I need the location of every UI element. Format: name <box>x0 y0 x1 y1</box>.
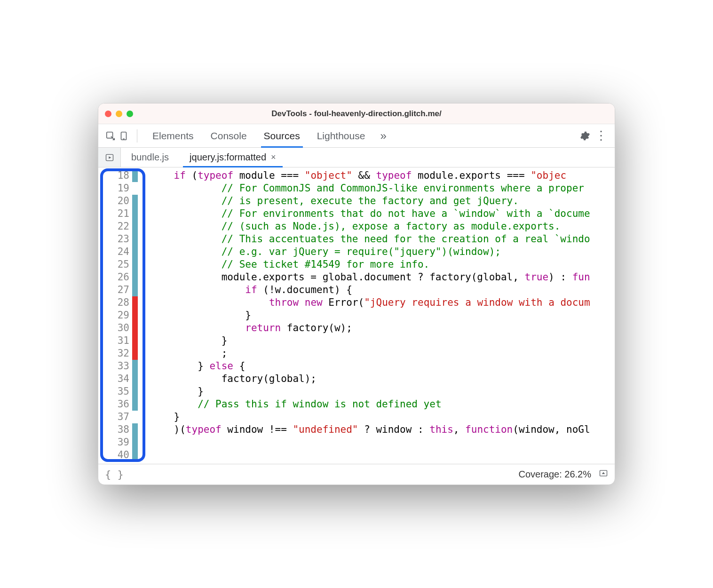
tab-label: Console <box>211 130 247 142</box>
minimize-window-button[interactable] <box>116 111 122 117</box>
coverage-status: Coverage: 26.2% <box>518 469 591 480</box>
window-titlebar: DevTools - foul-heavenly-direction.glitc… <box>98 103 615 124</box>
editor-footer: { } Coverage: 26.2% <box>98 464 615 485</box>
tab-label: Elements <box>152 130 194 142</box>
traffic-lights <box>105 111 133 117</box>
window-title: DevTools - foul-heavenly-direction.glitc… <box>98 109 615 119</box>
drawer-toggle-icon[interactable] <box>599 469 608 480</box>
code-content[interactable]: if (typeof module === "object" && typeof… <box>139 167 615 464</box>
file-tab-label: jquery.js:formatted <box>190 152 266 163</box>
more-tabs-button[interactable]: » <box>373 129 393 143</box>
coverage-gutter <box>132 167 139 464</box>
file-tab-bundle[interactable]: bundle.js <box>121 148 179 167</box>
tab-console[interactable]: Console <box>202 124 255 147</box>
file-tab-bar: bundle.js jquery.js:formatted × <box>98 148 615 167</box>
tab-sources[interactable]: Sources <box>255 124 309 147</box>
svg-marker-4 <box>109 156 111 159</box>
close-window-button[interactable] <box>105 111 111 117</box>
separator <box>137 129 137 143</box>
devtools-window: DevTools - foul-heavenly-direction.glitc… <box>98 103 615 485</box>
device-toolbar-icon[interactable] <box>117 129 130 143</box>
tab-label: Lighthouse <box>317 130 365 142</box>
tab-lighthouse[interactable]: Lighthouse <box>309 124 374 147</box>
pretty-print-icon[interactable]: { } <box>105 469 124 480</box>
line-number-gutter: 1819202122232425262728293031323334353637… <box>98 167 132 464</box>
navigator-toggle-icon[interactable] <box>98 148 121 167</box>
tab-label: Sources <box>264 130 300 142</box>
zoom-window-button[interactable] <box>127 111 133 117</box>
inspect-element-icon[interactable] <box>104 129 117 143</box>
close-tab-icon[interactable]: × <box>271 152 276 162</box>
file-tab-jquery-formatted[interactable]: jquery.js:formatted × <box>179 148 286 167</box>
source-editor[interactable]: 1819202122232425262728293031323334353637… <box>98 167 615 464</box>
svg-marker-6 <box>602 472 605 474</box>
tab-elements[interactable]: Elements <box>144 124 202 147</box>
devtools-tabs: Elements Console Sources Lighthouse » ⋮ <box>98 124 615 148</box>
file-tab-label: bundle.js <box>131 152 169 163</box>
more-options-icon[interactable]: ⋮ <box>593 128 609 143</box>
settings-gear-icon[interactable] <box>577 131 593 141</box>
